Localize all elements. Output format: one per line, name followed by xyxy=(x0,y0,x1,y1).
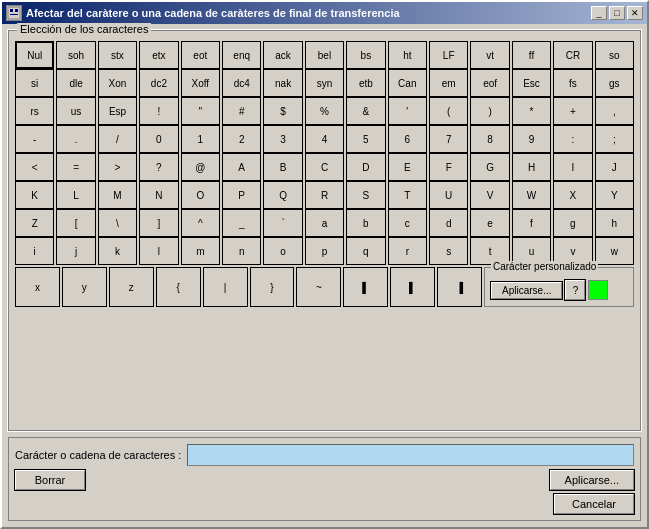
key-CR[interactable]: CR xyxy=(553,41,592,69)
key-*[interactable]: * xyxy=(512,97,551,125)
key-T[interactable]: T xyxy=(388,181,427,209)
key-:[interactable]: : xyxy=(553,125,592,153)
key-2[interactable]: 2 xyxy=(222,125,261,153)
key-ff[interactable]: ff xyxy=(512,41,551,69)
key-e[interactable]: e xyxy=(470,209,509,237)
key-([interactable]: ( xyxy=(429,97,468,125)
key-Nul[interactable]: Nul xyxy=(15,41,54,69)
key-<[interactable]: < xyxy=(15,153,54,181)
key-l[interactable]: l xyxy=(139,237,178,265)
key-h[interactable]: h xyxy=(595,209,634,237)
key-6[interactable]: 6 xyxy=(388,125,427,153)
key-X[interactable]: X xyxy=(553,181,592,209)
key-d[interactable]: d xyxy=(429,209,468,237)
key-"[interactable]: " xyxy=(181,97,220,125)
key-bs[interactable]: bs xyxy=(346,41,385,69)
aplicarse-button[interactable]: Aplicarse... xyxy=(550,470,634,490)
key-/[interactable]: / xyxy=(98,125,137,153)
help-button[interactable]: ? xyxy=(565,280,585,300)
key-H[interactable]: H xyxy=(512,153,551,181)
key-a[interactable]: a xyxy=(305,209,344,237)
key-9[interactable]: 9 xyxy=(512,125,551,153)
key-syn[interactable]: syn xyxy=(305,69,344,97)
key-Xon[interactable]: Xon xyxy=(98,69,137,97)
key-U[interactable]: U xyxy=(429,181,468,209)
key-so[interactable]: so xyxy=(595,41,634,69)
key-^[interactable]: ^ xyxy=(181,209,220,237)
key-3[interactable]: 3 xyxy=(263,125,302,153)
key-$[interactable]: $ xyxy=(263,97,302,125)
key-q[interactable]: q xyxy=(346,237,385,265)
key-soh[interactable]: soh xyxy=(56,41,95,69)
key-L[interactable]: L xyxy=(56,181,95,209)
key->[interactable]: > xyxy=(98,153,137,181)
key-Esc[interactable]: Esc xyxy=(512,69,551,97)
key-nak[interactable]: nak xyxy=(263,69,302,97)
cancelar-button[interactable]: Cancelar xyxy=(554,494,634,514)
key-etx[interactable]: etx xyxy=(139,41,178,69)
key-][interactable]: ] xyxy=(139,209,178,237)
key-▌-8[interactable]: ▌ xyxy=(390,267,435,307)
key-=[interactable]: = xyxy=(56,153,95,181)
key-o[interactable]: o xyxy=(263,237,302,265)
key-~-6[interactable]: ~ xyxy=(296,267,341,307)
key-G[interactable]: G xyxy=(470,153,509,181)
key-b[interactable]: b xyxy=(346,209,385,237)
maximize-button[interactable]: □ xyxy=(609,6,625,20)
key-Y[interactable]: Y xyxy=(595,181,634,209)
key-;[interactable]: ; xyxy=(595,125,634,153)
key-z-2[interactable]: z xyxy=(109,267,154,307)
key-vt[interactable]: vt xyxy=(470,41,509,69)
key-A[interactable]: A xyxy=(222,153,261,181)
key-y-1[interactable]: y xyxy=(62,267,107,307)
key-bel[interactable]: bel xyxy=(305,41,344,69)
key-x-0[interactable]: x xyxy=(15,267,60,307)
key-Z[interactable]: Z xyxy=(15,209,54,237)
key-E[interactable]: E xyxy=(388,153,427,181)
key-dc4[interactable]: dc4 xyxy=(222,69,261,97)
key-%[interactable]: % xyxy=(305,97,344,125)
key-|-4[interactable]: | xyxy=(203,267,248,307)
key-0[interactable]: 0 xyxy=(139,125,178,153)
key-N[interactable]: N xyxy=(139,181,178,209)
key-eot[interactable]: eot xyxy=(181,41,220,69)
key-dc2[interactable]: dc2 xyxy=(139,69,178,97)
key-f[interactable]: f xyxy=(512,209,551,237)
key-gs[interactable]: gs xyxy=(595,69,634,97)
key-{-3[interactable]: { xyxy=(156,267,201,307)
key-\[interactable]: \ xyxy=(98,209,137,237)
char-input[interactable] xyxy=(187,444,634,466)
key-S[interactable]: S xyxy=(346,181,385,209)
key-r[interactable]: r xyxy=(388,237,427,265)
key-8[interactable]: 8 xyxy=(470,125,509,153)
key-V[interactable]: V xyxy=(470,181,509,209)
key-k[interactable]: k xyxy=(98,237,137,265)
key-C[interactable]: C xyxy=(305,153,344,181)
key-n[interactable]: n xyxy=(222,237,261,265)
key-ack[interactable]: ack xyxy=(263,41,302,69)
key-si[interactable]: si xyxy=(15,69,54,97)
key-LF[interactable]: LF xyxy=(429,41,468,69)
key-etb[interactable]: etb xyxy=(346,69,385,97)
key-w[interactable]: w xyxy=(595,237,634,265)
key-em[interactable]: em xyxy=(429,69,468,97)
key-.[interactable]: . xyxy=(56,125,95,153)
key-&[interactable]: & xyxy=(346,97,385,125)
key-P[interactable]: P xyxy=(222,181,261,209)
key-enq[interactable]: enq xyxy=(222,41,261,69)
key-}-5[interactable]: } xyxy=(250,267,295,307)
key-dle[interactable]: dle xyxy=(56,69,95,97)
minimize-button[interactable]: _ xyxy=(591,6,607,20)
key-7[interactable]: 7 xyxy=(429,125,468,153)
key-m[interactable]: m xyxy=(181,237,220,265)
key-▐-9[interactable]: ▐ xyxy=(437,267,482,307)
key-ht[interactable]: ht xyxy=(388,41,427,69)
key-j[interactable]: j xyxy=(56,237,95,265)
custom-apply-button[interactable]: Aplicarse... xyxy=(491,282,562,299)
key-fs[interactable]: fs xyxy=(553,69,592,97)
key-J[interactable]: J xyxy=(595,153,634,181)
key-i[interactable]: i xyxy=(15,237,54,265)
key-[[interactable]: [ xyxy=(56,209,95,237)
key-Q[interactable]: Q xyxy=(263,181,302,209)
key-)[interactable]: ) xyxy=(470,97,509,125)
